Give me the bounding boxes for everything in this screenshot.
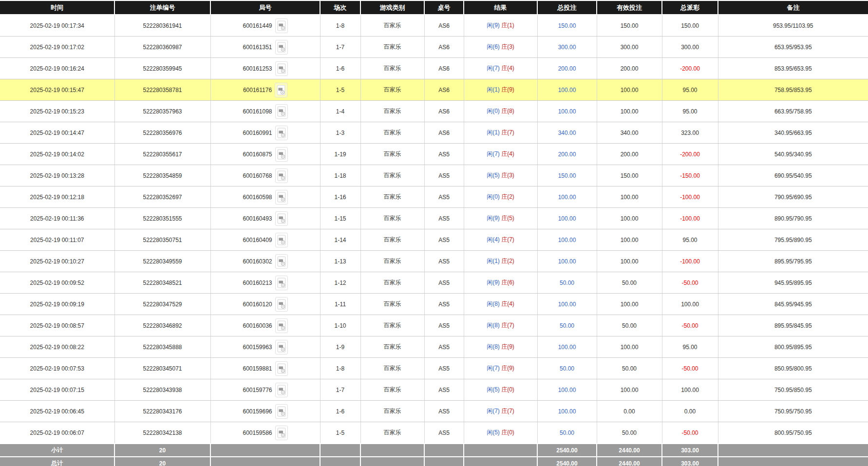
banker-result: 庄(7)	[501, 236, 514, 243]
round-cell: 600160409	[210, 229, 320, 251]
valid-bet-cell: 0.00	[597, 401, 662, 422]
game-record-icon[interactable]	[275, 297, 288, 312]
banker-result: 庄(7)	[501, 129, 514, 136]
game-record-icon[interactable]	[275, 126, 288, 140]
result-cell: 闲(1) 庄(7)	[464, 122, 537, 144]
game-record-icon[interactable]	[275, 168, 288, 183]
total-bet-link[interactable]: 100.00	[558, 108, 576, 115]
player-result: 闲(1)	[487, 86, 500, 93]
remark-cell: 895.95/795.95	[718, 251, 868, 272]
total-bet-link[interactable]: 150.00	[558, 22, 576, 29]
total-bet-link[interactable]: 100.00	[558, 408, 576, 415]
game-record-icon[interactable]	[275, 40, 288, 55]
banker-result: 庄(4)	[501, 65, 514, 72]
payout-cell: -100.00	[662, 208, 718, 229]
remark-cell: 800.95/895.95	[718, 336, 868, 358]
total-bet-cell: 100.00	[537, 251, 597, 272]
table-row: 2025-02-19 00:11:07 522280350751 6001604…	[0, 229, 868, 251]
player-result: 闲(1)	[487, 129, 500, 136]
total-bet-link[interactable]: 100.00	[558, 87, 576, 93]
game-record-icon[interactable]	[275, 383, 288, 397]
col-header-session: 场次	[320, 1, 360, 15]
footer-empty-cell	[424, 457, 464, 466]
round-number: 600160598	[243, 194, 272, 201]
table-row: 2025-02-19 00:10:27 522280349559 6001603…	[0, 251, 868, 272]
table-body: 2025-02-19 00:17:34 522280361941 6001614…	[0, 15, 868, 444]
player-result: 闲(9)	[487, 215, 500, 222]
time-cell: 2025-02-19 00:10:27	[0, 251, 114, 272]
footer-empty-cell	[718, 457, 868, 466]
time-cell: 2025-02-19 00:17:34	[0, 15, 114, 37]
valid-bet-cell: 200.00	[597, 144, 662, 165]
bet-id-cell: 522280361941	[114, 15, 210, 37]
remark-cell: 895.95/845.95	[718, 315, 868, 336]
game-record-icon[interactable]	[275, 340, 288, 354]
banker-result: 庄(9)	[501, 365, 514, 372]
round-cell: 600160302	[210, 251, 320, 272]
total-bet-link[interactable]: 50.00	[560, 322, 574, 329]
total-bet-link[interactable]: 100.00	[558, 387, 576, 393]
game-record-icon[interactable]	[275, 233, 288, 247]
remark-cell: 853.95/653.95	[718, 58, 868, 79]
game-record-icon[interactable]	[275, 276, 288, 290]
game-record-icon[interactable]	[275, 190, 288, 205]
table-row: 2025-02-19 00:06:45 522280343176 6001596…	[0, 401, 868, 422]
banker-result: 庄(3)	[501, 43, 514, 50]
total-bet-link[interactable]: 50.00	[560, 365, 574, 372]
total-bet-link[interactable]: 340.00	[558, 130, 576, 136]
total-bet-link[interactable]: 50.00	[560, 280, 574, 286]
payout-cell: 95.00	[662, 101, 718, 122]
game-record-icon[interactable]	[275, 361, 288, 376]
game-record-icon[interactable]	[275, 19, 288, 33]
game-record-icon[interactable]	[275, 211, 288, 226]
remark-cell: 790.95/690.95	[718, 186, 868, 208]
remark-cell: 653.95/953.95	[718, 37, 868, 58]
game-record-icon[interactable]	[275, 426, 288, 440]
total-bet-link[interactable]: 100.00	[558, 301, 576, 308]
result-cell: 闲(7) 庄(9)	[464, 358, 537, 379]
remark-cell: 890.95/790.95	[718, 208, 868, 229]
col-header-game-type: 游戏类别	[360, 1, 424, 15]
total-bet-link[interactable]: 100.00	[558, 344, 576, 351]
game-record-icon[interactable]	[275, 254, 288, 269]
time-cell: 2025-02-19 00:07:15	[0, 379, 114, 401]
total-bet-link[interactable]: 50.00	[560, 429, 574, 436]
total-bet-link[interactable]: 100.00	[558, 237, 576, 243]
round-cell: 600160493	[210, 208, 320, 229]
total-bet-link[interactable]: 300.00	[558, 44, 576, 51]
game-record-icon[interactable]	[275, 83, 287, 97]
result-cell: 闲(1) 庄(9)	[464, 79, 537, 101]
total-bet-link[interactable]: 100.00	[558, 258, 576, 265]
session-cell: 1-5	[320, 79, 360, 101]
game-type-cell: 百家乐	[360, 251, 424, 272]
footer-empty-cell	[360, 444, 424, 457]
game-record-icon[interactable]	[275, 147, 288, 162]
total-bet-link[interactable]: 100.00	[558, 215, 576, 222]
total-bet-link[interactable]: 200.00	[558, 151, 576, 158]
game-record-icon[interactable]	[275, 61, 288, 76]
total-bet-link[interactable]: 200.00	[558, 65, 576, 72]
session-cell: 1-8	[320, 358, 360, 379]
session-cell: 1-11	[320, 294, 360, 315]
round-number: 600159776	[243, 387, 272, 393]
banker-result: 庄(4)	[501, 150, 514, 157]
player-result: 闲(5)	[487, 172, 500, 179]
time-cell: 2025-02-19 00:17:02	[0, 37, 114, 58]
banker-result: 庄(9)	[501, 343, 514, 350]
table-row: 2025-02-19 00:14:47 522280356976 6001609…	[0, 122, 868, 144]
bet-id-cell: 522280345888	[114, 336, 210, 358]
col-header-result: 结果	[464, 1, 537, 15]
game-record-icon[interactable]	[275, 404, 288, 419]
table-row: 2025-02-19 00:07:15 522280343938 6001597…	[0, 379, 868, 401]
total-bet-cell: 150.00	[537, 15, 597, 37]
banker-result: 庄(0)	[501, 386, 514, 393]
total-bet-cell: 340.00	[537, 122, 597, 144]
payout-cell: 0.00	[662, 401, 718, 422]
footer-empty-cell	[320, 444, 360, 457]
game-type-cell: 百家乐	[360, 101, 424, 122]
game-record-icon[interactable]	[275, 104, 288, 119]
game-record-icon[interactable]	[275, 318, 288, 333]
game-type-cell: 百家乐	[360, 379, 424, 401]
total-bet-link[interactable]: 100.00	[558, 194, 576, 201]
total-bet-link[interactable]: 150.00	[558, 172, 576, 179]
